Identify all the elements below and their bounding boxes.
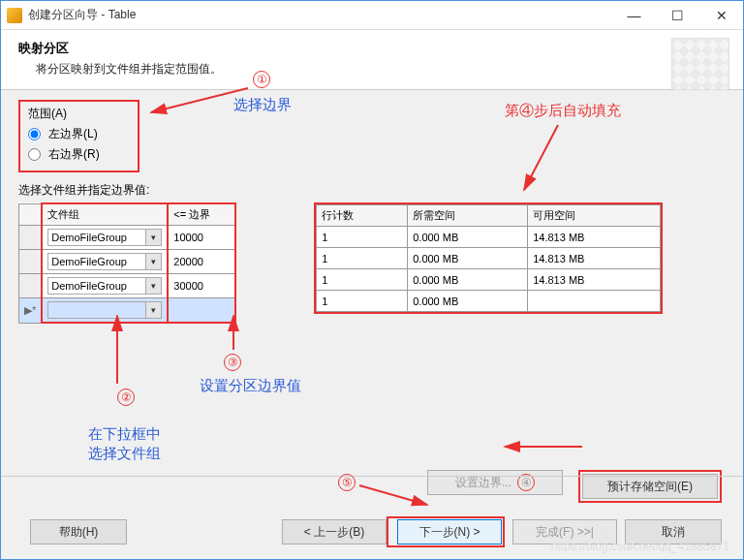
table-row: DemoFileGroup▾ 10000 <box>19 226 236 250</box>
chevron-down-icon: ▾ <box>145 302 161 318</box>
prev-button[interactable]: < 上一步(B) <box>282 519 387 544</box>
chevron-down-icon: ▾ <box>145 254 161 269</box>
table-row: 10.000 MB <box>317 291 661 312</box>
filegroup-select[interactable]: ▾ <box>47 301 162 319</box>
table-row: 10.000 MB14.813 MB <box>317 269 661 291</box>
anno-2: ② <box>117 389 135 406</box>
anno-dropdown-2: 选择文件组 <box>88 445 161 463</box>
tables-label: 选择文件组并指定边界值: <box>18 182 726 199</box>
table-row: 10.000 MB14.813 MB <box>317 227 661 248</box>
range-left-radio[interactable] <box>28 128 41 140</box>
boundary-cell[interactable]: 10000 <box>168 226 235 250</box>
col-boundary: <= 边界 <box>168 203 235 226</box>
filegroup-select[interactable]: DemoFileGroup▾ <box>47 277 162 295</box>
app-icon <box>7 8 22 23</box>
wizard-cube-icon <box>671 38 729 96</box>
col-available: 可用空间 <box>528 205 661 227</box>
boundary-cell[interactable]: 30000 <box>168 274 235 298</box>
maximize-button[interactable]: ☐ <box>656 1 699 30</box>
chevron-down-icon: ▾ <box>145 278 161 294</box>
range-right-radio[interactable] <box>28 148 41 161</box>
close-button[interactable]: ✕ <box>699 1 743 30</box>
range-right-label: 右边界(R) <box>48 146 100 163</box>
anno-dropdown-1: 在下拉框中 <box>88 425 161 444</box>
filegroup-select[interactable]: DemoFileGroup▾ <box>47 253 162 270</box>
next-button[interactable]: 下一步(N) > <box>397 519 502 544</box>
help-button[interactable]: 帮助(H) <box>30 519 127 544</box>
range-legend: 范围(A) <box>28 106 130 122</box>
boundary-cell[interactable]: 20000 <box>168 250 235 274</box>
table-row: 10.000 MB14.813 MB <box>317 248 661 269</box>
watermark: https://blog.csdn.net/qq_41885871 <box>551 540 729 553</box>
anno-3: ③ <box>224 354 241 371</box>
row-marker: ▶* <box>19 298 43 324</box>
col-rowcount: 行计数 <box>317 205 408 227</box>
table-row: ▶* ▾ <box>19 298 236 324</box>
svg-line-5 <box>359 485 427 505</box>
page-desc: 将分区映射到文件组并指定范围值。 <box>18 61 726 78</box>
table-row: DemoFileGroup▾ 30000 <box>19 274 236 298</box>
minimize-button[interactable]: — <box>612 1 656 30</box>
predict-storage-button[interactable]: 预计存储空间(E) <box>582 474 718 499</box>
window-title: 创建分区向导 - Table <box>28 7 612 23</box>
anno-set-partition: 设置分区边界值 <box>200 377 301 395</box>
range-left-label: 左边界(L) <box>48 126 98 142</box>
range-group: 范围(A) 左边界(L) 右边界(R) <box>18 100 140 172</box>
chevron-down-icon: ▾ <box>145 230 161 245</box>
col-filegroup: 文件组 <box>42 203 168 226</box>
left-table: 文件组 <= 边界 DemoFileGroup▾ 10000 <box>18 202 236 324</box>
filegroup-select[interactable]: DemoFileGroup▾ <box>47 229 162 246</box>
boundary-cell[interactable] <box>168 298 235 324</box>
set-boundary-button: 设置边界... ④ <box>427 470 563 495</box>
right-table: 行计数 所需空间 可用空间 10.000 MB14.813 MB 10.000 … <box>316 204 661 312</box>
table-row: DemoFileGroup▾ 20000 <box>19 250 236 274</box>
col-required: 所需空间 <box>408 205 528 227</box>
page-title: 映射分区 <box>18 40 726 57</box>
